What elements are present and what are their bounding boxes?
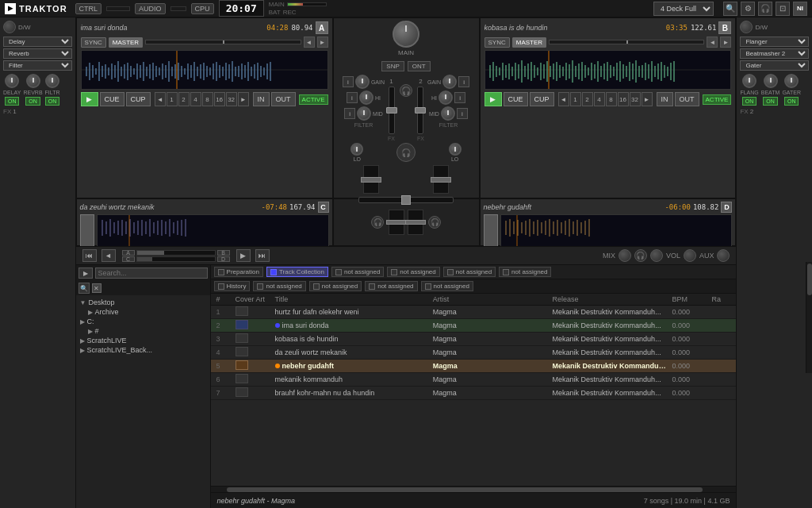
fx-right-fx1-select[interactable]: Flanger xyxy=(740,37,809,47)
track-row-6[interactable]: 6 mekanik kommanduh Magma Mekanik Destru… xyxy=(211,373,737,387)
deck-b-hc-32[interactable]: 32 xyxy=(630,92,641,106)
track-row-2[interactable]: 2 ima suri donda Magma Mekanik Destrukti… xyxy=(211,319,737,333)
cpu-button[interactable]: CPU xyxy=(191,3,214,14)
deck-b-hc-4[interactable]: 4 xyxy=(594,92,605,106)
headphone-right-btn[interactable]: 🎧 xyxy=(428,216,441,229)
deck-b-sync[interactable]: SYNC xyxy=(485,37,510,48)
deck-b-hc-8[interactable]: 8 xyxy=(606,92,617,106)
deck-b-hc-next[interactable]: ► xyxy=(642,92,653,106)
track-row-1[interactable]: 1 hurtz fur dafn olekehr weni Magma Meka… xyxy=(211,306,737,319)
tab-preparation[interactable]: Preparation xyxy=(214,267,263,277)
tree-item-desktop[interactable]: ▼ Desktop xyxy=(79,298,208,307)
fx-left-filter-knob[interactable] xyxy=(45,74,59,88)
fx-left-on3[interactable]: ON xyxy=(45,97,60,106)
fx-right-gater-knob[interactable] xyxy=(784,74,799,88)
tab-not-assigned-7[interactable]: not assigned xyxy=(365,281,417,291)
transport-headphone-btn[interactable]: 🎧 xyxy=(634,249,647,262)
deck-b-tempo-bar[interactable] xyxy=(549,40,704,44)
ch1-vertical-fader[interactable] xyxy=(363,165,379,194)
search-input[interactable] xyxy=(95,267,208,279)
deck-b-hc-prev[interactable]: ◄ xyxy=(558,92,569,106)
transport-back-btn[interactable]: ◄ xyxy=(102,249,116,262)
col-rating[interactable]: Ra xyxy=(709,295,733,303)
browser-scrollbar-h[interactable] xyxy=(211,486,737,492)
deck-a-hc-prev[interactable]: ◄ xyxy=(155,92,166,106)
deck-a-master[interactable]: MASTER xyxy=(109,37,143,48)
headphone-cue-btn[interactable]: 🎧 xyxy=(400,84,412,97)
deck-a-hc-4[interactable]: 4 xyxy=(190,92,201,106)
headphone-mix-knob[interactable] xyxy=(650,249,663,262)
ont-btn[interactable]: ONT xyxy=(408,61,431,71)
tab-history[interactable]: History xyxy=(214,281,251,291)
col-cover[interactable]: Cover Art xyxy=(233,295,273,303)
fx-left-fx2-select[interactable]: Reverb xyxy=(3,48,72,59)
track-row-4[interactable]: 4 da zeuli wortz mekanik Magma Mekanik D… xyxy=(211,346,737,360)
deck-b-prev-btn[interactable]: ◄ xyxy=(707,37,718,48)
ch1-lo-knob[interactable] xyxy=(350,143,363,156)
deck-a-in-btn[interactable]: IN xyxy=(253,92,270,106)
deck-a-play-btn[interactable]: ▶ xyxy=(81,92,98,106)
ch2-hi-info[interactable]: i xyxy=(454,92,465,103)
tab-not-assigned-8[interactable]: not assigned xyxy=(421,281,473,291)
deck-a-prev-btn[interactable]: ◄ xyxy=(304,37,315,48)
col-num[interactable]: # xyxy=(214,295,233,303)
deck-a-out-btn[interactable]: OUT xyxy=(271,92,296,106)
fx-right-beatm-knob[interactable] xyxy=(764,74,778,88)
progress-bar-cd[interactable] xyxy=(136,256,216,262)
ch2-vertical-fader[interactable] xyxy=(433,165,449,194)
deck-a-hc-next[interactable]: ► xyxy=(238,92,249,106)
track-row-5[interactable]: 5 nebehr gudahft Magma Mekanik Destrukti… xyxy=(211,360,737,373)
fx-right-on1[interactable]: ON xyxy=(742,97,757,106)
search-icon-btn[interactable]: 🔍 xyxy=(79,283,90,294)
expand-icon-btn[interactable]: ⊡ xyxy=(776,2,790,16)
deck-b-cup-btn[interactable]: CUP xyxy=(530,92,554,106)
deck-a-next-btn[interactable]: ► xyxy=(317,37,328,48)
col-artist[interactable]: Artist xyxy=(431,295,550,303)
ch2-gain-knob[interactable] xyxy=(442,75,457,89)
tab-not-assigned-3[interactable]: not assigned xyxy=(443,267,496,277)
tree-item-hash[interactable]: ▶ # xyxy=(79,326,208,336)
ch2-fader[interactable] xyxy=(417,87,423,134)
ctrl-button[interactable]: CTRL xyxy=(75,3,102,14)
sidebar-play-btn[interactable]: ▶ xyxy=(79,267,93,279)
fx-left-delay-knob[interactable] xyxy=(5,74,19,88)
tree-item-scratchlive-back[interactable]: ▶ ScratchLIVE_Back... xyxy=(79,345,208,355)
ni-icon-btn[interactable]: NI xyxy=(793,2,807,16)
deck-b-in-btn[interactable]: IN xyxy=(657,92,673,106)
deck-b-hc-1[interactable]: 1 xyxy=(570,92,581,106)
tab-not-assigned-6[interactable]: not assigned xyxy=(309,281,362,291)
deck-a-hc-32[interactable]: 32 xyxy=(226,92,237,106)
deck-b-out-btn[interactable]: OUT xyxy=(675,92,699,106)
fx-left-on1[interactable]: ON xyxy=(5,97,20,106)
fx-left-reverb-knob[interactable] xyxy=(26,74,40,88)
fx-right-dw-knob[interactable] xyxy=(740,21,753,33)
scrollbar-thumb-h[interactable] xyxy=(227,487,703,492)
transport-prev-btn[interactable]: ⏮ xyxy=(82,249,97,262)
settings-icon-btn[interactable]: ⚙ xyxy=(741,2,755,16)
track-row-7[interactable]: 7 brauhf kohr-mahn nu da hundin Magma Me… xyxy=(211,387,737,400)
deck-a-cup-btn[interactable]: CUP xyxy=(126,92,151,106)
ch2-mid-knob[interactable] xyxy=(441,106,455,121)
track-row-3[interactable]: 3 kobasa is de hundin Magma Mekanik Dest… xyxy=(211,333,737,346)
headphone-icon-btn[interactable]: 🎧 xyxy=(396,143,416,162)
ch-a-fader-bottom[interactable] xyxy=(389,210,404,235)
deck-b-hc-16[interactable]: 16 xyxy=(618,92,629,106)
deck-b-next-btn[interactable]: ► xyxy=(720,37,731,48)
deck-b-master[interactable]: MASTER xyxy=(512,37,546,48)
search-close-btn[interactable]: ✕ xyxy=(92,283,102,293)
tree-item-c[interactable]: ▶ C: xyxy=(79,317,208,326)
ch1-fader[interactable] xyxy=(389,87,395,134)
col-release[interactable]: Release xyxy=(550,295,670,303)
deck-b-play-btn[interactable]: ▶ xyxy=(485,92,502,106)
headphones-top-btn[interactable]: 🎧 xyxy=(758,2,772,16)
fx-right-on3[interactable]: ON xyxy=(784,97,799,106)
vol-knob[interactable] xyxy=(684,249,696,262)
aux-knob[interactable] xyxy=(717,249,730,262)
ch1-info-btn[interactable]: i xyxy=(343,76,354,87)
ch2-gain-info[interactable]: i xyxy=(458,76,469,87)
fx-left-dw-knob[interactable] xyxy=(3,21,16,33)
fx-left-on2[interactable]: ON xyxy=(25,97,40,106)
tree-item-scratchlive[interactable]: ▶ ScratchLIVE xyxy=(79,336,208,345)
tree-item-archive[interactable]: ▶ Archive xyxy=(79,307,208,317)
col-bpm[interactable]: BPM xyxy=(669,295,709,303)
